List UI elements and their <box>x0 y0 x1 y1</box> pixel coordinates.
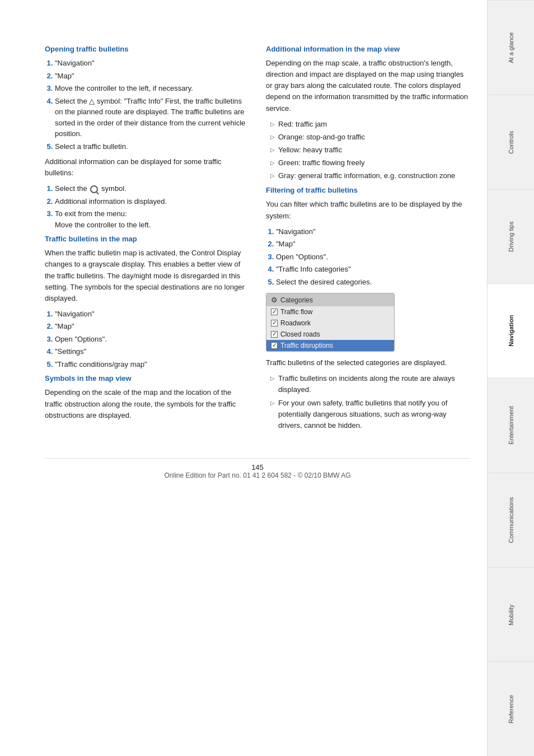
sidebar-tab-mobility[interactable]: Mobility <box>488 567 534 662</box>
section-bulletins-map: Traffic bulletins in the map When the tr… <box>45 235 249 370</box>
section-title-symbols: Symbols in the map view <box>45 374 249 382</box>
list-item: Select a traffic bulletin. <box>55 141 249 152</box>
categories-title-bar: ⚙ Categories <box>266 293 394 306</box>
checkbox-closed-roads <box>271 331 278 338</box>
bullet-item: For your own safety, traffic bulletins t… <box>270 398 470 431</box>
categories-icon: ⚙ <box>271 296 278 304</box>
categories-title-label: Categories <box>280 296 313 304</box>
list-item: "Traffic conditions/gray map" <box>55 359 249 370</box>
list-item: "Navigation" <box>55 309 249 320</box>
category-item-closed-roads: Closed roads <box>266 329 394 340</box>
list-item: "Navigation" <box>276 226 470 237</box>
bullet-item: Orange: stop-and-go traffic <box>270 132 470 143</box>
note-text: Additional information can be displayed … <box>45 156 249 179</box>
list-item: "Map" <box>55 321 249 332</box>
sidebar: At a glance Controls Driving tips Naviga… <box>487 0 534 756</box>
bullet-item: Red: traffic jam <box>270 119 470 130</box>
sidebar-tab-controls[interactable]: Controls <box>488 95 534 189</box>
filtering-steps-list: "Navigation" "Map" Open "Options". "Traf… <box>266 226 470 288</box>
additional-body-text: Depending on the map scale, a traffic ob… <box>266 58 470 114</box>
checkbox-roadwork <box>271 320 278 326</box>
list-item: Select the symbol. <box>55 183 249 194</box>
section-additional-info: Additional information in the map view D… <box>266 45 470 181</box>
category-label: Traffic flow <box>280 308 312 316</box>
list-item: To exit from the menu:Move the controlle… <box>55 208 249 230</box>
section-title-map: Traffic bulletins in the map <box>45 235 249 243</box>
category-label: Traffic disruptions <box>280 342 333 349</box>
list-item: "Traffic Info categories" <box>276 264 470 275</box>
right-column: Additional information in the map view D… <box>266 45 470 436</box>
left-column: Opening traffic bulletins "Navigation" "… <box>45 45 249 436</box>
after-box-text: Traffic bulletins of the selected catego… <box>266 357 470 368</box>
checkbox-traffic-disruptions <box>271 342 278 349</box>
sidebar-tab-driving-tips[interactable]: Driving tips <box>488 189 534 284</box>
map-body-text: When the traffic bulletin map is activat… <box>45 248 249 304</box>
opening-steps-list: "Navigation" "Map" Move the controller t… <box>45 58 249 152</box>
category-item-traffic-flow: Traffic flow <box>266 306 394 318</box>
list-item: "Map" <box>276 239 470 250</box>
category-label: Closed roads <box>280 330 320 338</box>
section-filtering: Filtering of traffic bulletins You can f… <box>266 186 470 431</box>
sub-steps-list: Select the symbol. Additional informatio… <box>45 183 249 230</box>
search-icon <box>90 185 98 193</box>
sidebar-tab-at-a-glance[interactable]: At a glance <box>488 0 534 95</box>
page-wrapper: Opening traffic bulletins "Navigation" "… <box>0 0 534 756</box>
list-item: Open "Options". <box>276 251 470 263</box>
symbols-body-text: Depending on the scale of the map and th… <box>45 387 249 421</box>
sidebar-tab-communications[interactable]: Communications <box>488 473 534 567</box>
section-title-filtering: Filtering of traffic bulletins <box>266 186 470 194</box>
category-label: Roadwork <box>280 319 311 327</box>
list-item: "Navigation" <box>55 58 249 69</box>
sidebar-tab-reference[interactable]: Reference <box>488 661 534 756</box>
page-footer: 145 Online Edition for Part no. 01 41 2 … <box>45 458 470 479</box>
triangle-symbol: △ <box>89 97 95 105</box>
bullet-item: Traffic bulletins on incidents along the… <box>270 373 470 395</box>
bullet-item: Gray: general traffic information, e.g. … <box>270 170 470 181</box>
list-item: "Settings" <box>55 346 249 357</box>
section-title-additional: Additional information in the map view <box>266 45 470 53</box>
checkbox-traffic-flow <box>271 309 278 315</box>
list-item: Select the desired categories. <box>276 277 470 288</box>
filtering-body-text: You can filter which traffic bulletins a… <box>266 199 470 221</box>
color-bullets-list: Red: traffic jam Orange: stop-and-go tra… <box>266 119 470 182</box>
page-number: 145 <box>45 463 470 472</box>
list-item: Move the controller to the left, if nece… <box>55 83 249 94</box>
category-item-traffic-disruptions: Traffic disruptions <box>266 340 394 351</box>
bullet-item: Yellow: heavy traffic <box>270 144 470 156</box>
list-item: "Map" <box>55 71 249 82</box>
map-steps-list: "Navigation" "Map" Open "Options". "Sett… <box>45 309 249 370</box>
sidebar-tab-entertainment[interactable]: Entertainment <box>488 378 534 473</box>
list-item: Open "Options". <box>55 334 249 345</box>
sidebar-tab-navigation[interactable]: Navigation <box>488 283 534 378</box>
bullet-item: Green: traffic flowing freely <box>270 157 470 169</box>
section-title-opening: Opening traffic bulletins <box>45 45 249 53</box>
section-opening-bulletins: Opening traffic bulletins "Navigation" "… <box>45 45 249 230</box>
list-item: Additional information is displayed. <box>55 196 249 207</box>
section-symbols-map: Symbols in the map view Depending on the… <box>45 374 249 421</box>
filtering-bullets-list: Traffic bulletins on incidents along the… <box>266 373 470 431</box>
list-item: Select the △ symbol: "Traffic Info" Firs… <box>55 96 249 139</box>
main-content: Opening traffic bulletins "Navigation" "… <box>0 0 487 756</box>
edition-text: Online Edition for Part no. 01 41 2 604 … <box>45 472 470 479</box>
categories-box: ⚙ Categories Traffic flow Roadwork <box>266 293 395 352</box>
category-item-roadwork: Roadwork <box>266 318 394 329</box>
two-column-layout: Opening traffic bulletins "Navigation" "… <box>45 45 470 436</box>
